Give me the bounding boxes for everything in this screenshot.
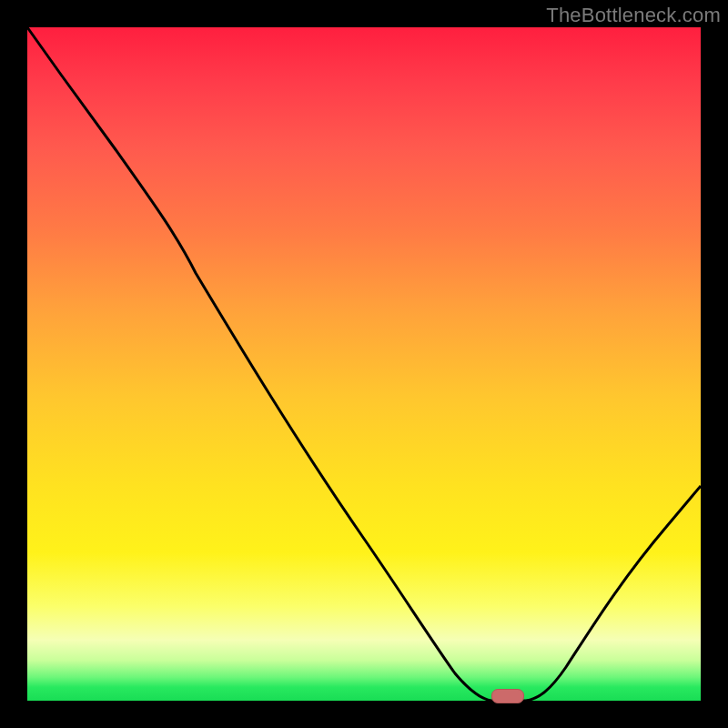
bottleneck-curve bbox=[27, 27, 701, 701]
optimal-marker bbox=[491, 689, 524, 703]
watermark-text: TheBottleneck.com bbox=[546, 4, 721, 27]
curve-path bbox=[27, 27, 701, 701]
chart-frame: TheBottleneck.com bbox=[0, 0, 728, 728]
